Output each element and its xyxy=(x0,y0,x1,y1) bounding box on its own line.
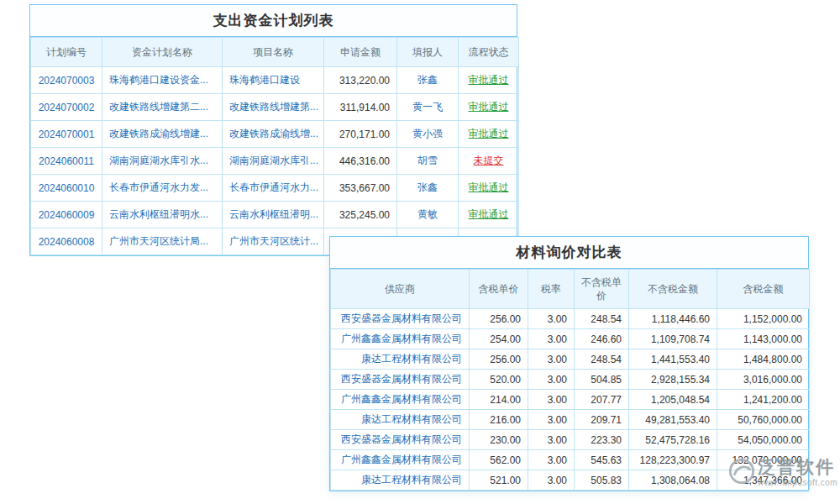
column-header: 资金计划名称 xyxy=(102,38,223,67)
reporter-cell[interactable]: 黄小强 xyxy=(397,121,459,148)
workflow-status-cell[interactable]: 审批通过 xyxy=(459,67,519,94)
tax-rate-cell: 3.00 xyxy=(528,329,575,349)
table-row: 西安盛器金属材料有限公司256.003.00248.541,118,446.60… xyxy=(331,309,810,329)
workflow-status-cell[interactable]: 未提交 xyxy=(459,148,519,175)
amount-with-tax-cell: 1,484,800.00 xyxy=(717,349,810,370)
table-row: 2024070002改建铁路线增建第二...改建铁路线增建第...311,914… xyxy=(31,94,519,121)
supplier-cell[interactable]: 广州鑫鑫金属材料有限公司 xyxy=(331,390,470,410)
unit-price-without-tax-cell: 248.54 xyxy=(575,309,629,329)
workflow-status-cell[interactable]: 审批通过 xyxy=(459,175,519,202)
column-header: 项目名称 xyxy=(223,38,324,67)
plan-no-cell[interactable]: 2024070002 xyxy=(31,94,102,121)
amount-without-tax-cell: 1,441,553.40 xyxy=(629,349,717,370)
amount-with-tax-cell: 54,050,000.00 xyxy=(717,430,810,450)
fund-plan-name-cell[interactable]: 长春市伊通河水力发... xyxy=(102,175,223,202)
reporter-cell[interactable]: 黄敏 xyxy=(397,202,459,228)
amount-without-tax-cell: 1,118,446.60 xyxy=(629,309,717,329)
amount-without-tax-cell: 1,109,708.74 xyxy=(629,329,717,349)
amount-without-tax-cell: 49,281,553.40 xyxy=(629,410,717,430)
amount-without-tax-cell: 1,205,048.54 xyxy=(629,390,717,410)
column-header: 填报人 xyxy=(397,38,459,67)
table-row: 2024060010长春市伊通河水力发...长春市伊通河水力...353,667… xyxy=(31,175,519,202)
watermark-url: www.fanpusoft.com xyxy=(758,478,837,487)
project-name-cell[interactable]: 珠海鹤港口建设 xyxy=(223,67,324,94)
plan-no-cell[interactable]: 2024060009 xyxy=(31,202,102,228)
tax-rate-cell: 3.00 xyxy=(528,410,575,430)
expense-fund-plan-table: 计划编号资金计划名称项目名称申请金额填报人流程状态 2024070003珠海鹤港… xyxy=(30,37,519,255)
table-row: 广州鑫鑫金属材料有限公司214.003.00207.771,205,048.54… xyxy=(331,390,810,410)
material-table-header-row: 供应商含税单价税率不含税单价不含税金额含税金额 xyxy=(331,270,810,309)
plan-no-cell[interactable]: 2024070001 xyxy=(31,121,102,148)
plan-no-cell[interactable]: 2024060011 xyxy=(31,148,102,175)
project-name-cell[interactable]: 改建铁路线增建第... xyxy=(223,94,324,121)
workflow-status-cell[interactable]: 审批通过 xyxy=(459,94,519,121)
tax-rate-cell: 3.00 xyxy=(528,390,575,410)
column-header: 含税单价 xyxy=(470,270,528,309)
unit-price-without-tax-cell: 209.71 xyxy=(575,410,629,430)
fund-plan-name-cell[interactable]: 珠海鹤港口建设资金... xyxy=(102,67,223,94)
expense-table-body: 2024070003珠海鹤港口建设资金...珠海鹤港口建设313,220.00张… xyxy=(31,67,519,255)
supplier-cell[interactable]: 西安盛器金属材料有限公司 xyxy=(331,430,470,450)
apply-amount-cell: 353,667.00 xyxy=(324,175,397,202)
unit-price-with-tax-cell: 230.00 xyxy=(470,430,528,450)
unit-price-with-tax-cell: 256.00 xyxy=(470,349,528,370)
apply-amount-cell: 325,245.00 xyxy=(324,202,397,228)
reporter-cell[interactable]: 黄一飞 xyxy=(397,94,459,121)
material-inquiry-panel: 材料询价对比表 供应商含税单价税率不含税单价不含税金额含税金额 西安盛器金属材料… xyxy=(329,236,809,491)
reporter-cell[interactable]: 胡雪 xyxy=(397,148,459,175)
project-name-cell[interactable]: 云南水利枢纽潜明... xyxy=(223,202,324,228)
column-header: 申请金额 xyxy=(324,38,397,67)
fund-plan-name-cell[interactable]: 湖南洞庭湖水库引水... xyxy=(102,148,223,175)
tax-rate-cell: 3.00 xyxy=(528,349,575,370)
plan-no-cell[interactable]: 2024060008 xyxy=(31,228,102,255)
watermark-brand: 泛普软件 xyxy=(758,457,835,477)
amount-with-tax-cell: 1,241,200.00 xyxy=(717,390,810,410)
amount-without-tax-cell: 52,475,728.16 xyxy=(629,430,717,450)
column-header: 不含税金额 xyxy=(629,270,717,309)
column-header: 税率 xyxy=(528,270,575,309)
unit-price-with-tax-cell: 216.00 xyxy=(470,410,528,430)
project-name-cell[interactable]: 长春市伊通河水力... xyxy=(223,175,324,202)
column-header: 供应商 xyxy=(331,270,470,309)
unit-price-without-tax-cell: 545.63 xyxy=(575,450,629,470)
supplier-cell[interactable]: 康达工程材料有限公司 xyxy=(331,349,470,370)
project-name-cell[interactable]: 广州市天河区统计... xyxy=(223,228,324,255)
fund-plan-name-cell[interactable]: 改建铁路成渝线增建... xyxy=(102,121,223,148)
table-row: 广州鑫鑫金属材料有限公司254.003.00246.601,109,708.74… xyxy=(331,329,810,349)
unit-price-without-tax-cell: 248.54 xyxy=(575,349,629,370)
fund-plan-name-cell[interactable]: 广州市天河区统计局... xyxy=(102,228,223,255)
reporter-cell[interactable]: 张鑫 xyxy=(397,67,459,94)
apply-amount-cell: 311,914.00 xyxy=(324,94,397,121)
workflow-status-cell[interactable]: 审批通过 xyxy=(459,121,519,148)
watermark: 泛普软件 www.fanpusoft.com xyxy=(727,457,837,489)
project-name-cell[interactable]: 湖南洞庭湖水库引... xyxy=(223,148,324,175)
fund-plan-name-cell[interactable]: 改建铁路线增建第二... xyxy=(102,94,223,121)
fund-plan-name-cell[interactable]: 云南水利枢纽潜明水... xyxy=(102,202,223,228)
amount-with-tax-cell: 1,152,000.00 xyxy=(717,309,810,329)
expense-fund-plan-title: 支出资金计划列表 xyxy=(30,5,517,37)
unit-price-with-tax-cell: 256.00 xyxy=(470,309,528,329)
apply-amount-cell: 270,171.00 xyxy=(324,121,397,148)
amount-with-tax-cell: 3,016,000.00 xyxy=(717,370,810,390)
table-row: 西安盛器金属材料有限公司520.003.00504.852,928,155.34… xyxy=(331,370,810,390)
plan-no-cell[interactable]: 2024060010 xyxy=(31,175,102,202)
supplier-cell[interactable]: 广州鑫鑫金属材料有限公司 xyxy=(331,450,470,470)
supplier-cell[interactable]: 康达工程材料有限公司 xyxy=(331,410,470,430)
tax-rate-cell: 3.00 xyxy=(528,470,575,491)
supplier-cell[interactable]: 康达工程材料有限公司 xyxy=(331,470,470,491)
amount-with-tax-cell: 1,143,000.00 xyxy=(717,329,810,349)
watermark-text: 泛普软件 www.fanpusoft.com xyxy=(758,457,837,487)
reporter-cell[interactable]: 张鑫 xyxy=(397,175,459,202)
supplier-cell[interactable]: 广州鑫鑫金属材料有限公司 xyxy=(331,329,470,349)
table-row: 康达工程材料有限公司216.003.00209.7149,281,553.405… xyxy=(331,410,810,430)
column-header: 流程状态 xyxy=(459,38,519,67)
table-row: 2024060009云南水利枢纽潜明水...云南水利枢纽潜明...325,245… xyxy=(31,202,519,228)
plan-no-cell[interactable]: 2024070003 xyxy=(31,67,102,94)
expense-table-header-row: 计划编号资金计划名称项目名称申请金额填报人流程状态 xyxy=(31,38,519,67)
unit-price-without-tax-cell: 223.30 xyxy=(575,430,629,450)
project-name-cell[interactable]: 改建铁路成渝线增... xyxy=(223,121,324,148)
supplier-cell[interactable]: 西安盛器金属材料有限公司 xyxy=(331,309,470,329)
workflow-status-cell[interactable]: 审批通过 xyxy=(459,202,519,228)
supplier-cell[interactable]: 西安盛器金属材料有限公司 xyxy=(331,370,470,390)
unit-price-without-tax-cell: 246.60 xyxy=(575,329,629,349)
